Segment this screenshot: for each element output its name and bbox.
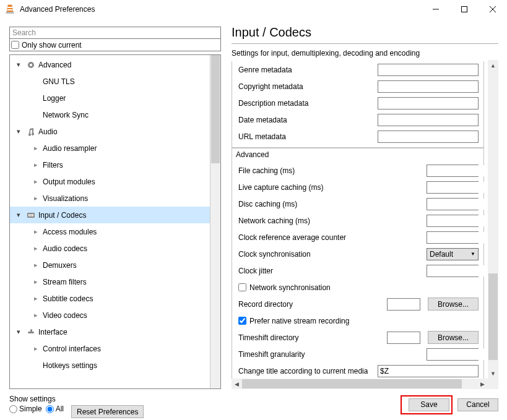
save-button[interactable]: Save — [409, 398, 449, 411]
copyright-input[interactable] — [378, 80, 479, 93]
caret-icon[interactable] — [14, 61, 24, 69]
titlebar: Advanced Preferences — [0, 0, 507, 19]
caret-icon[interactable] — [31, 178, 41, 186]
caret-icon[interactable] — [31, 144, 41, 152]
advanced-section: Advanced — [232, 148, 484, 161]
tree-subtitle-codecs[interactable]: Subtitle codecs — [10, 290, 210, 307]
timeshift-dir-browse-button[interactable]: Browse... — [428, 331, 479, 344]
radio-simple[interactable]: Simple — [9, 405, 42, 413]
close-button[interactable] — [479, 0, 507, 19]
content-v-scrollbar[interactable]: ▲▼ — [488, 60, 498, 379]
genre-input[interactable] — [378, 64, 479, 76]
tree-access-modules[interactable]: Access modules — [10, 223, 210, 240]
caret-icon[interactable] — [31, 261, 41, 269]
record-dir-browse-button[interactable]: Browse... — [428, 298, 479, 311]
tree-input-codecs[interactable]: Input / Codecs — [10, 207, 210, 223]
svg-rect-1 — [7, 9, 13, 11]
radio-all[interactable]: All — [46, 405, 64, 413]
caret-icon[interactable] — [14, 211, 24, 219]
music-icon — [25, 127, 37, 136]
clock-ref-label: Clock reference average counter — [232, 233, 427, 242]
clock-sync-combo[interactable]: Default▼ — [427, 248, 479, 260]
clock-jitter-label: Clock jitter — [232, 267, 427, 275]
only-show-current-label: Only show current — [22, 41, 82, 49]
caret-icon[interactable] — [31, 311, 41, 319]
search-input[interactable]: Search — [9, 27, 221, 39]
network-sync-label: Network synchronisation — [249, 283, 331, 292]
window-title: Advanced Preferences — [20, 5, 422, 14]
description-input[interactable] — [378, 97, 479, 109]
save-highlight: Save — [401, 395, 453, 414]
tree-audio-codecs[interactable]: Audio codecs — [10, 240, 210, 257]
tree-advanced[interactable]: Advanced — [10, 56, 210, 73]
tree-visualizations[interactable]: Visualizations — [10, 190, 210, 207]
tree-logger[interactable]: Logger — [10, 90, 210, 106]
tree-interface[interactable]: Interface — [10, 324, 210, 340]
network-caching-label: Network caching (ms) — [232, 216, 427, 225]
caret-icon[interactable] — [31, 161, 41, 169]
only-show-current-row[interactable]: Only show current — [9, 39, 221, 51]
genre-label: Genre metadata — [232, 66, 378, 74]
right-panel: Input / Codecs Settings for input, demul… — [223, 19, 507, 389]
network-sync-checkbox[interactable] — [238, 283, 246, 291]
timeshift-gran-label: Timeshift granularity — [232, 350, 427, 359]
content-h-scrollbar[interactable]: ◀▶ — [232, 379, 498, 389]
show-settings-label: Show settings — [9, 395, 64, 403]
caret-icon[interactable] — [31, 194, 41, 202]
network-caching-spin[interactable]: ▲▼ — [427, 215, 479, 227]
svg-rect-3 — [462, 7, 467, 12]
caret-icon[interactable] — [14, 127, 24, 135]
cancel-button[interactable]: Cancel — [457, 398, 498, 411]
caret-icon[interactable] — [14, 328, 24, 336]
tree-stream-filters[interactable]: Stream filters — [10, 273, 210, 290]
file-caching-spin[interactable]: ▲▼ — [427, 165, 479, 177]
minimize-button[interactable] — [422, 0, 450, 19]
disc-caching-spin[interactable]: ▲▼ — [427, 198, 479, 210]
svg-rect-13 — [30, 329, 32, 332]
tree-scrollbar[interactable] — [210, 55, 220, 388]
change-title-label: Change title according to current media — [232, 367, 378, 375]
date-label: Date metadata — [232, 116, 378, 124]
tree-audio-resampler[interactable]: Audio resampler — [10, 140, 210, 156]
preferences-tree[interactable]: Advanced GNU TLS Logger Network Sync Aud… — [10, 55, 210, 388]
tree-hotkeys-settings[interactable]: Hotkeys settings — [10, 357, 210, 374]
url-input[interactable] — [378, 131, 479, 143]
tree-network-sync[interactable]: Network Sync — [10, 106, 210, 123]
caret-icon[interactable] — [31, 294, 41, 302]
svg-rect-0 — [7, 7, 12, 8]
maximize-button[interactable] — [450, 0, 479, 19]
gear-icon — [25, 61, 37, 69]
date-input[interactable] — [378, 114, 479, 126]
svg-rect-9 — [28, 214, 30, 216]
timeshift-dir-label: Timeshift directory — [232, 333, 387, 342]
caret-icon[interactable] — [31, 345, 41, 353]
tree-gnu-tls[interactable]: GNU TLS — [10, 73, 210, 90]
clock-ref-spin[interactable]: ▲▼ — [427, 231, 479, 244]
only-show-current-checkbox[interactable] — [11, 41, 19, 49]
caret-icon[interactable] — [31, 244, 41, 252]
timeshift-dir-input[interactable] — [387, 332, 420, 344]
timeshift-gran-spin[interactable]: ▲▼ — [427, 348, 479, 361]
disc-caching-label: Disc caching (ms) — [232, 200, 427, 208]
bottom-bar: Show settings Simple All Reset Preferenc… — [0, 389, 507, 420]
tree-audio[interactable]: Audio — [10, 123, 210, 140]
clock-jitter-spin[interactable]: ▲▼ — [427, 265, 479, 277]
codecs-icon — [25, 211, 37, 220]
record-dir-label: Record directory — [232, 300, 387, 309]
live-caching-spin[interactable]: ▲▼ — [427, 181, 479, 194]
tree-demuxers[interactable]: Demuxers — [10, 257, 210, 273]
reset-preferences-button[interactable]: Reset Preferences — [71, 405, 144, 418]
tree-output-modules[interactable]: Output modules — [10, 173, 210, 190]
change-title-input[interactable] — [378, 365, 479, 377]
tree-video-codecs[interactable]: Video codecs — [10, 307, 210, 324]
left-panel: Search Only show current Advanced GNU TL… — [0, 19, 223, 389]
tree-control-interfaces[interactable]: Control interfaces — [10, 340, 210, 357]
page-description: Settings for input, demultiplexing, deco… — [232, 49, 498, 58]
prefer-native-checkbox[interactable] — [238, 317, 246, 325]
record-dir-input[interactable] — [387, 298, 420, 311]
caret-icon[interactable] — [31, 278, 41, 286]
prefer-native-label: Prefer native stream recording — [249, 317, 349, 325]
page-title: Input / Codecs — [232, 25, 498, 44]
tree-filters[interactable]: Filters — [10, 156, 210, 173]
caret-icon[interactable] — [31, 228, 41, 236]
